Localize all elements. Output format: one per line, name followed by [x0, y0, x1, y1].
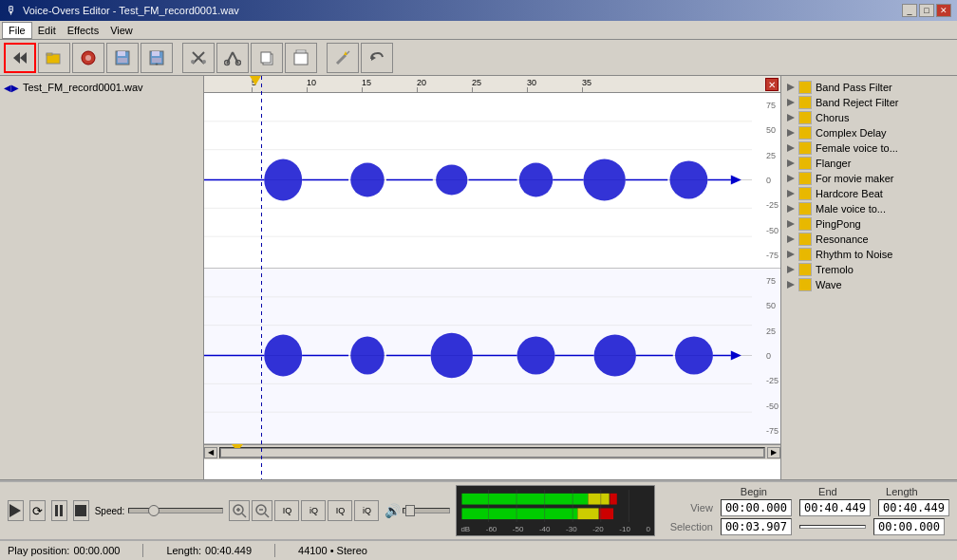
- app-icon: 🎙: [6, 4, 17, 17]
- cut-tool-button[interactable]: [182, 43, 215, 73]
- db-labels-track1: 75 50 25 0 -25 -50 -75: [766, 93, 779, 268]
- menu-effects[interactable]: Effects: [62, 23, 104, 38]
- effect-wave[interactable]: Wave: [785, 277, 953, 292]
- svg-point-16: [202, 60, 206, 64]
- undo-button[interactable]: [361, 43, 393, 73]
- effect-play-icon: [787, 220, 795, 228]
- effect-label: Chorus: [816, 112, 849, 123]
- effect-for-movie-maker[interactable]: For movie maker: [785, 171, 953, 186]
- effect-rhythm-to-noise[interactable]: Rhythm to Noise: [785, 247, 953, 262]
- effect-label: Wave: [816, 279, 842, 290]
- effect-chorus[interactable]: Chorus: [785, 110, 953, 125]
- effect-folder-icon: [798, 111, 812, 124]
- effect-resonance[interactable]: Resonance: [785, 232, 953, 247]
- volume-knob[interactable]: [405, 505, 415, 516]
- view-label: View: [661, 502, 713, 513]
- zoom-reset-button[interactable]: IQ: [328, 500, 352, 521]
- status-bar: Play position: 00:00.000 Length: 00:40.4…: [0, 539, 957, 560]
- menu-view[interactable]: View: [104, 23, 139, 38]
- svg-line-28: [347, 51, 349, 54]
- svg-marker-60: [731, 351, 741, 361]
- volume-slider: 🔊: [385, 503, 450, 518]
- menu-bar: File Edit Effects View: [0, 21, 957, 40]
- zoom-in-button[interactable]: [229, 500, 250, 521]
- effect-band-pass-filter[interactable]: Band Pass Filter: [785, 80, 953, 95]
- fast-back-button[interactable]: [4, 43, 36, 73]
- speed-track[interactable]: [128, 508, 223, 513]
- play-position-label: Play position:: [8, 545, 69, 556]
- stop-button[interactable]: [73, 500, 89, 521]
- close-waveform-button[interactable]: ✕: [765, 78, 779, 91]
- scissors-button[interactable]: [216, 43, 249, 73]
- status-sep-1: [142, 544, 143, 557]
- paste-button[interactable]: [285, 43, 317, 73]
- view-info-row: View 00:00.000 00:40.449 00:40.449: [661, 499, 949, 516]
- effect-female-voice[interactable]: Female voice to...: [785, 140, 953, 156]
- close-button[interactable]: ✕: [936, 4, 951, 17]
- effect-play-icon: [787, 99, 795, 106]
- effect-label: Male voice to...: [816, 203, 886, 215]
- copy-button[interactable]: [251, 43, 283, 73]
- svg-rect-77: [610, 494, 617, 505]
- svg-rect-78: [462, 508, 578, 519]
- waveform-scrollbar[interactable]: ◀ ▶: [204, 444, 780, 459]
- effect-flanger[interactable]: Flanger: [785, 156, 953, 171]
- effect-pingpong[interactable]: PingPong: [785, 216, 953, 232]
- magic-button[interactable]: [327, 43, 359, 73]
- view-begin-value: 00:00.000: [721, 499, 792, 516]
- zoom-fit-button[interactable]: IQ: [274, 500, 299, 521]
- title-bar: 🎙 Voice-Overs Editor - Test_FM_record000…: [0, 0, 957, 21]
- effect-complex-delay[interactable]: Complex Delay: [785, 125, 953, 140]
- window-title: Voice-Overs Editor - Test_FM_record0001.…: [23, 5, 239, 16]
- waveform-track-1[interactable]: 75 50 25 0 -25 -50 -75: [204, 93, 780, 269]
- zoom-out-button[interactable]: [252, 500, 272, 521]
- track-item[interactable]: ◀▶ Test_FM_record0001.wav: [4, 80, 199, 95]
- effect-tremolo[interactable]: Tremolo: [785, 262, 953, 277]
- svg-rect-3: [47, 53, 52, 55]
- effect-folder-icon: [798, 157, 812, 170]
- pause-button[interactable]: [51, 500, 67, 521]
- save-button[interactable]: [106, 43, 139, 73]
- play-button[interactable]: [8, 500, 24, 521]
- effect-hardcore-beat[interactable]: Hardcore Beat: [785, 186, 953, 201]
- svg-rect-8: [118, 58, 127, 63]
- maximize-button[interactable]: □: [919, 4, 934, 17]
- menu-file[interactable]: File: [2, 22, 32, 39]
- minimize-button[interactable]: _: [902, 4, 917, 17]
- length-label: Length:: [166, 545, 201, 556]
- svg-rect-79: [578, 508, 599, 519]
- effect-folder-icon: [798, 172, 812, 185]
- svg-rect-10: [152, 51, 160, 56]
- effect-label: Band Pass Filter: [816, 82, 892, 93]
- volume-track[interactable]: [403, 508, 450, 513]
- length-value: 00:40.449: [205, 545, 252, 556]
- scroll-left-button[interactable]: ◀: [204, 447, 217, 458]
- record-button[interactable]: [72, 43, 104, 73]
- svg-marker-29: [371, 55, 376, 61]
- scroll-right-button[interactable]: ▶: [767, 447, 780, 458]
- speed-knob[interactable]: [148, 505, 160, 516]
- toolbar: +: [0, 40, 957, 76]
- svg-rect-80: [600, 508, 614, 519]
- scroll-thumb[interactable]: [220, 448, 764, 457]
- zoom-all-button[interactable]: iQ: [354, 500, 379, 521]
- open-button[interactable]: [38, 43, 70, 73]
- ruler: 5 10 15 20 25 30 35: [204, 76, 780, 93]
- effect-band-reject-filter[interactable]: Band Reject Filter: [785, 95, 953, 110]
- scroll-track[interactable]: [219, 447, 765, 458]
- effect-play-icon: [787, 190, 795, 197]
- menu-edit[interactable]: Edit: [32, 23, 62, 38]
- zoom-sel-button[interactable]: iQ: [301, 500, 326, 521]
- svg-line-69: [242, 513, 246, 517]
- effect-folder-icon: [798, 278, 812, 291]
- info-area: Begin End Length View 00:00.000 00:40.44…: [661, 486, 949, 535]
- end-header: End: [795, 486, 861, 497]
- view-end-value: 00:40.449: [799, 499, 871, 516]
- svg-marker-41: [731, 176, 741, 185]
- waveform-track-2[interactable]: 75 50 25 0 -25 -50 -75: [204, 269, 780, 444]
- effect-play-icon: [787, 129, 795, 137]
- waveform-svg-2: [204, 269, 752, 443]
- loop-button[interactable]: ⟳: [29, 500, 46, 521]
- save-as-button[interactable]: +: [141, 43, 173, 73]
- effect-male-voice[interactable]: Male voice to...: [785, 201, 953, 216]
